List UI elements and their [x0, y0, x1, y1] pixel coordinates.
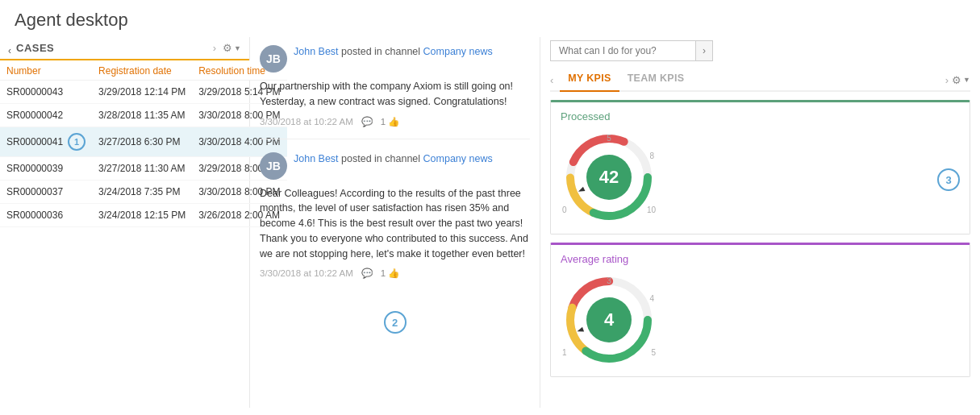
- case-number-cell: SR00000037: [0, 181, 92, 204]
- avg-rating-label-bottom-left: 1: [562, 348, 567, 357]
- kpi-search-bar: ›: [550, 40, 970, 61]
- avg-rating-inner-circle: 4: [586, 297, 632, 342]
- cases-header-left: ‹ CASES: [8, 42, 54, 59]
- reg-date-cell: 3/24/2018 12:15 PM: [92, 204, 192, 227]
- like-count: 1: [381, 268, 386, 278]
- kpi-card-avg-rating: Average rating 3 4: [550, 243, 970, 377]
- case-number-cell: SR000000411: [0, 127, 92, 157]
- processed-inner-circle: 42: [586, 155, 632, 200]
- post-timestamp: 3/30/2018 at 10:22 AM: [260, 117, 353, 127]
- processed-label-right: 8: [649, 151, 654, 160]
- post-header: JB John Best posted in channel Company n…: [260, 45, 530, 73]
- post-channel: Company news: [423, 46, 493, 57]
- col-number: Number: [0, 60, 92, 81]
- table-row[interactable]: SR000000373/24/2018 7:35 PM3/30/2018 8:0…: [0, 181, 287, 204]
- avatar: JB: [260, 45, 287, 73]
- tab-my-kpis[interactable]: MY KPIS: [560, 69, 619, 92]
- avg-rating-value: 4: [604, 309, 614, 330]
- post-body: Dear Colleagues! According to the result…: [260, 186, 530, 262]
- table-row[interactable]: SR000000423/28/2018 11:35 AM3/30/2018 8:…: [0, 104, 287, 127]
- avatar: JB: [260, 152, 287, 180]
- post-channel: Company news: [423, 153, 493, 164]
- table-row[interactable]: SR000000363/24/2018 12:15 PM3/26/2018 2:…: [0, 204, 287, 227]
- kpi-gear-icon: ⚙: [952, 74, 961, 86]
- avg-rating-title: Average rating: [561, 253, 960, 265]
- kpi-panel: › ‹ MY KPIS TEAM KPIS › ⚙ ▼ Processed: [540, 37, 980, 408]
- post-header: JB John Best posted in channel Company n…: [260, 152, 530, 180]
- processed-label-bottom-right: 10: [647, 205, 656, 214]
- kpi-search-button[interactable]: ›: [695, 40, 713, 61]
- thumbs-up-icon: 👍: [388, 116, 399, 127]
- post-footer: 3/30/2018 at 10:22 AM 💬 1 👍: [260, 116, 530, 127]
- kpi-tabs-chevron-right-icon[interactable]: ›: [945, 74, 949, 86]
- cases-chevron-right-icon[interactable]: ›: [213, 42, 216, 54]
- kpi-tabs: ‹ MY KPIS TEAM KPIS › ⚙ ▼: [550, 69, 970, 92]
- avg-rating-label-top: 3: [607, 276, 611, 285]
- post-footer: 3/30/2018 at 10:22 AM 💬 1 👍: [260, 268, 530, 279]
- cases-header: ‹ CASES › ⚙ ▼: [0, 37, 249, 60]
- avg-rating-gauge: 3 4 5 1 4: [561, 272, 657, 368]
- processed-label-top: 5: [607, 134, 611, 143]
- like-button[interactable]: 1 👍: [381, 116, 399, 127]
- thumbs-up-icon: 👍: [388, 268, 399, 279]
- svg-marker-9: [577, 327, 585, 334]
- processed-step-circle: 3: [937, 168, 960, 191]
- reg-date-cell: 3/24/2018 7:35 PM: [92, 181, 192, 204]
- feed-post: JB John Best posted in channel Company n…: [260, 45, 530, 139]
- case-number-cell: SR00000043: [0, 81, 92, 104]
- post-meta: John Best posted in channel Company news: [294, 152, 493, 167]
- avg-rating-body: 3 4 5 1 4: [561, 272, 960, 368]
- case-number-cell: SR00000042: [0, 104, 92, 127]
- kpi-tabs-chevron-left-icon[interactable]: ‹: [550, 74, 553, 86]
- gear-icon: ⚙: [223, 42, 232, 54]
- cases-panel: ‹ CASES › ⚙ ▼ Number Registration date R…: [0, 37, 250, 408]
- processed-step-area: 3: [937, 164, 960, 191]
- kpi-tabs-right: › ⚙ ▼: [945, 74, 970, 86]
- cases-header-right: › ⚙ ▼: [213, 42, 241, 59]
- comment-icon[interactable]: 💬: [361, 268, 373, 279]
- like-button[interactable]: 1 👍: [381, 268, 399, 279]
- case-number-cell: SR00000036: [0, 204, 92, 227]
- chevron-left-icon[interactable]: ‹: [8, 45, 11, 56]
- post-action: posted in channel: [341, 46, 423, 57]
- kpi-card-processed: Processed 5: [550, 100, 970, 234]
- post-author: John Best: [294, 153, 339, 164]
- comment-icon[interactable]: 💬: [361, 116, 373, 127]
- post-timestamp: 3/30/2018 at 10:22 AM: [260, 268, 353, 278]
- table-row[interactable]: SR0000004113/27/2018 6:30 PM3/30/2018 4:…: [0, 127, 287, 157]
- reg-date-cell: 3/27/2018 11:30 AM: [92, 157, 192, 181]
- processed-title: Processed: [561, 110, 960, 122]
- case-number: SR00000041: [6, 136, 63, 147]
- post-author: John Best: [294, 46, 339, 57]
- cases-gear-button[interactable]: ⚙ ▼: [223, 42, 241, 54]
- like-count: 1: [381, 117, 386, 127]
- tab-team-kpis[interactable]: TEAM KPIS: [619, 69, 693, 92]
- processed-gauge: 5 8 10 0 42: [561, 129, 657, 226]
- reg-date-cell: 3/29/2018 12:14 PM: [92, 81, 192, 104]
- post-action: posted in channel: [341, 153, 423, 164]
- post-meta: John Best posted in channel Company news: [294, 45, 493, 60]
- feed-footer: 2: [260, 303, 530, 337]
- kpi-gear-button[interactable]: ⚙ ▼: [952, 74, 970, 86]
- cases-table: Number Registration date Resolution time…: [0, 60, 287, 227]
- feed-panel: JB John Best posted in channel Company n…: [250, 37, 540, 408]
- avg-rating-label-right: 4: [649, 294, 654, 303]
- feed-step-circle: 2: [384, 311, 407, 334]
- step-indicator: 1: [68, 133, 85, 151]
- reg-date-cell: 3/27/2018 6:30 PM: [92, 127, 192, 157]
- cases-title: CASES: [16, 42, 54, 59]
- case-number-cell: SR00000039: [0, 157, 92, 181]
- processed-body: 5 8 10 0 42 3: [561, 129, 960, 226]
- reg-date-cell: 3/28/2018 11:35 AM: [92, 104, 192, 127]
- kpi-gear-dropdown-icon: ▼: [963, 76, 970, 84]
- page-title: Agent desktop: [0, 0, 980, 37]
- gear-dropdown-icon: ▼: [234, 44, 241, 52]
- post-body: Our partnership with the company Axiom i…: [260, 79, 530, 110]
- table-row[interactable]: SR000000393/27/2018 11:30 AM3/29/2018 8:…: [0, 157, 287, 181]
- svg-marker-4: [578, 187, 586, 194]
- col-reg-date: Registration date: [92, 60, 192, 81]
- processed-label-bottom-left: 0: [562, 205, 567, 214]
- feed-post: JB John Best posted in channel Company n…: [260, 152, 530, 291]
- kpi-search-input[interactable]: [550, 40, 695, 61]
- table-row[interactable]: SR000000433/29/2018 12:14 PM3/29/2018 5:…: [0, 81, 287, 104]
